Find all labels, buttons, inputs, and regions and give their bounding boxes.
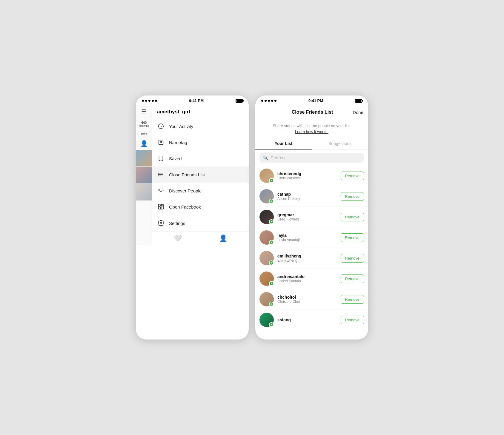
remove-button-1[interactable]: Remove [341,172,364,180]
name-6: Andrei Santalo [277,279,337,283]
menu-item-discover-people[interactable]: + Discover People [152,183,249,199]
close-friends-header: Close Friends List Done [255,105,368,118]
heart-icon[interactable]: 🤍 [174,235,182,242]
facebook-icon [157,203,165,211]
phone-body-left: ☰ 440 following profile 👤 [136,105,249,245]
menu-item-saved[interactable]: Saved [152,150,249,166]
right-phone: 9:41 PM Close Friends List Done Share st… [255,95,368,340]
username-7: chchoitoi [277,295,337,300]
bookmark-icon [157,155,165,162]
photo-3 [136,184,152,200]
followers-stats: 440 following [139,121,149,127]
close-friend-badge-5: ★ [269,260,274,265]
battery-icon-left [236,99,243,103]
sidebar-strip: ☰ 440 following profile 👤 [136,105,152,245]
menu-label-close-friends: Close Friends List [169,172,205,177]
avatar-wrap-6: ★ [259,272,274,286]
menu-label-saved: Saved [169,156,182,161]
done-button[interactable]: Done [353,110,363,115]
svg-point-8 [158,176,159,176]
friend-info-3: gregmar Greg Flowers [277,212,337,221]
left-phone: 9:41 PM ☰ 440 following profile 👤 [136,95,249,340]
menu-item-nametag[interactable]: Nametag [152,134,249,150]
signal-dots-right [261,100,276,102]
subtitle-text: Share stories with just the people on yo… [273,124,351,128]
settings-icon [157,219,165,227]
remove-button-3[interactable]: Remove [341,213,364,221]
subtitle-area: Share stories with just the people on yo… [255,118,368,138]
name-4: Layla Amadaji [277,238,337,242]
friend-row: ★ catnap Alison Presley Remove [255,186,368,207]
close-friend-badge-3: ★ [269,219,274,224]
search-icon: 🔍 [263,155,268,160]
remove-button-2[interactable]: Remove [341,192,364,201]
friend-info-7: chchoitoi Christine Choi [277,295,337,304]
remove-button-7[interactable]: Remove [341,295,364,304]
svg-point-7 [158,174,159,175]
activity-icon [157,122,165,130]
remove-button-6[interactable]: Remove [341,274,364,283]
bottom-nav: 🤍 👤 [152,231,249,245]
svg-point-2 [160,141,162,143]
remove-button-5[interactable]: Remove [341,254,364,263]
name-7: Christine Choi [277,300,337,304]
friend-row: ★ kstang Remove [255,310,368,330]
svg-rect-1 [159,140,163,145]
close-friend-badge-7: ★ [269,302,274,306]
tab-suggestions[interactable]: Suggestions [312,138,368,149]
name-5: Emily Zheng [277,258,337,263]
menu-panel: amethyst_girl Your Activity [152,105,249,245]
signal-dots [142,100,157,102]
avatar-wrap-3: ★ [259,210,274,224]
friend-info-5: emiilyzheng Emily Zheng [277,254,337,263]
friends-list: ★ christenndg Chris Parsons Remove ★ cat… [255,166,368,330]
svg-point-6 [158,173,159,174]
hamburger-icon[interactable]: ☰ [141,108,147,115]
friend-row: ★ gregmar Greg Flowers Remove [255,207,368,227]
learn-link[interactable]: Learn how it works. [295,129,328,134]
menu-item-settings[interactable]: Settings [152,215,249,231]
close-friend-badge-1: ★ [269,178,274,183]
username-5: emiilyzheng [277,254,337,258]
close-friend-badge-8: ★ [269,322,274,327]
remove-button-8[interactable]: Remove [341,316,364,324]
avatar-wrap-4: ★ [259,230,274,245]
svg-text:+: + [159,189,160,191]
avatar-wrap-2: ★ [259,189,274,203]
friend-row: ★ emiilyzheng Emily Zheng Remove [255,248,368,269]
battery-icon-right [355,99,362,103]
nav-bar: Close Friends List Done [260,108,363,118]
tabs-row: Your List Suggestions [255,138,368,150]
edit-profile-button[interactable]: profile [138,131,150,136]
menu-item-close-friends[interactable]: Close Friends List [152,166,249,183]
friend-row: ★ andreisantalo Andrei Santalo Remove [255,269,368,289]
status-bar-right: 9:41 PM [255,95,368,105]
friend-row: ★ layla Layla Amadaji Remove [255,227,368,248]
friend-row: ★ chchoitoi Christine Choi Remove [255,289,368,310]
list-icon [157,171,165,178]
photo-1 [136,150,152,166]
friend-row: ★ christenndg Chris Parsons Remove [255,166,368,186]
photo-2 [136,167,152,183]
name-3: Greg Flowers [277,217,337,221]
close-friend-badge-6: ★ [269,281,274,286]
remove-button-4[interactable]: Remove [341,233,364,242]
username-3: gregmar [277,212,337,217]
username-4: layla [277,233,337,238]
menu-item-your-activity[interactable]: Your Activity [152,118,249,134]
profile-nav-icon[interactable]: 👤 [219,235,227,242]
menu-item-open-facebook[interactable]: Open Facebook [152,199,249,215]
name-1: Chris Parsons [277,176,337,180]
avatar-wrap-1: ★ [259,169,274,183]
menu-label-discover: Discover People [169,188,202,193]
menu-label-your-activity: Your Activity [169,124,193,129]
close-friend-badge-2: ★ [269,199,274,203]
discover-icon: + [157,187,165,195]
menu-label-nametag: Nametag [169,140,187,145]
username-6: andreisantalo [277,274,337,279]
screen-title: Close Friends List [292,109,333,115]
name-2: Alison Presley [277,197,337,201]
search-bar[interactable]: 🔍 Search [259,153,364,163]
tab-your-list[interactable]: Your List [255,138,312,149]
nametag-icon [157,138,165,146]
